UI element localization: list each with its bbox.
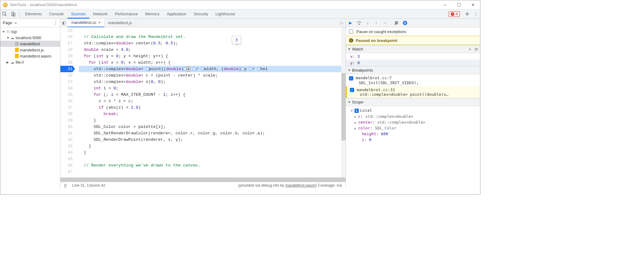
error-count-badge[interactable]: ✕4: [449, 11, 460, 17]
panel-tab-console[interactable]: Console: [45, 9, 67, 19]
gutter-line[interactable]: 45: [60, 156, 73, 162]
pause-on-caught-checkbox[interactable]: [349, 29, 353, 34]
gutter-line[interactable]: 36: [60, 98, 73, 104]
pretty-print-icon[interactable]: {}: [64, 183, 66, 188]
panel-tab-performance[interactable]: Performance: [111, 9, 141, 19]
step-out-icon[interactable]: ↑: [373, 20, 379, 26]
code-editor[interactable]: 2526272829303132333435363738394041424344…: [60, 27, 346, 177]
minimize-button[interactable]: ─: [438, 0, 452, 9]
breakpoint-row[interactable]: ✓mandelbrot.cc:7SDL_Init(SDL_INIT_VIDEO)…: [346, 74, 480, 86]
code-line[interactable]: std::complex<double> point((double)x / w…: [79, 66, 346, 72]
code-line[interactable]: SDL_RenderDrawPoint(renderer, x, y);: [79, 136, 346, 143]
step-icon[interactable]: →: [382, 20, 388, 26]
file-tab[interactable]: mandelbrot.js: [104, 19, 136, 27]
watch-add-icon[interactable]: ＋: [468, 47, 472, 52]
panel-tab-memory[interactable]: Memory: [142, 9, 163, 19]
gutter-line[interactable]: 35: [60, 91, 73, 98]
gutter-line[interactable]: 28: [60, 47, 73, 53]
code-line[interactable]: for (int x = 0; x < width; x++) {: [79, 59, 346, 66]
code-line[interactable]: }: [79, 117, 346, 124]
file-tab[interactable]: mandelbrot.cc×: [68, 19, 104, 27]
scope-variable[interactable]: ▶c: std::complex<double>: [348, 114, 478, 119]
watch-header[interactable]: ▼Watch ＋ ⟳: [346, 45, 480, 53]
tree-top[interactable]: ▼🗀top: [0, 28, 60, 35]
step-into-icon[interactable]: ↓: [365, 20, 370, 26]
code-line[interactable]: }: [79, 149, 346, 156]
code-line[interactable]: for (int y = 0; y < height; y++) {: [79, 53, 346, 59]
nav-toggle-left-icon[interactable]: ◧: [60, 21, 68, 25]
code-line[interactable]: [79, 169, 346, 175]
editor-vscrollbar[interactable]: [341, 27, 346, 177]
breakpoints-header[interactable]: ▼Breakpoints: [346, 66, 480, 74]
gutter-line[interactable]: 33: [60, 79, 73, 85]
breakpoint-checkbox[interactable]: ✓: [349, 76, 353, 80]
scope-variable[interactable]: i: 0: [348, 137, 478, 143]
code-line[interactable]: std::complex<double> center(0.5, 0.5);: [79, 40, 346, 47]
panel-tab-lighthouse[interactable]: Lighthouse: [212, 9, 239, 19]
code-line[interactable]: double scale = 4.0;: [79, 47, 346, 53]
breakpoint-row[interactable]: ✓mandelbrot.cc:31std::complex<double> po…: [346, 86, 480, 98]
pause-exceptions-icon[interactable]: [402, 20, 408, 26]
code-line[interactable]: std::complex<double> z(0, 0);: [79, 79, 346, 85]
gutter-line[interactable]: 34: [60, 85, 73, 91]
gutter-line[interactable]: 32: [60, 72, 73, 79]
code-line[interactable]: if (abs(z) > 2.0): [79, 104, 346, 111]
code-line[interactable]: z = z * z + c;: [79, 98, 346, 104]
maximize-button[interactable]: ☐: [452, 0, 466, 9]
more-menu-icon[interactable]: ⋮: [472, 10, 480, 18]
watch-row[interactable]: x: 3: [346, 53, 480, 60]
watch-refresh-icon[interactable]: ⟳: [475, 47, 478, 52]
gutter-line[interactable]: 43: [60, 143, 73, 149]
tree-file-scheme[interactable]: ▶☁file://: [0, 59, 60, 65]
code-line[interactable]: SDL_Color color = palette[i];: [79, 124, 346, 130]
device-toggle-icon[interactable]: [9, 10, 17, 18]
code-line[interactable]: break;: [79, 111, 346, 117]
gutter-line[interactable]: 39: [60, 117, 73, 124]
gutter-line[interactable]: 42: [60, 136, 73, 143]
code-line[interactable]: [79, 27, 346, 34]
pause-on-caught-row[interactable]: Pause on caught exceptions: [346, 27, 480, 36]
panel-tab-security[interactable]: Security: [190, 9, 212, 19]
gutter-line[interactable]: 41: [60, 130, 73, 136]
gutter-line[interactable]: 47: [60, 169, 73, 175]
code-line[interactable]: [79, 156, 346, 162]
gutter-line[interactable]: 26: [60, 34, 73, 40]
gutter-line[interactable]: 37: [60, 104, 73, 111]
panel-tab-sources[interactable]: Sources: [67, 9, 89, 19]
panel-tab-elements[interactable]: Elements: [21, 9, 45, 19]
close-tab-icon[interactable]: ×: [98, 18, 100, 27]
navigator-tab-page[interactable]: Page: [3, 21, 12, 25]
gutter-line[interactable]: 46: [60, 162, 73, 169]
code-line[interactable]: std::complex<double> c = (point - center…: [79, 72, 346, 79]
code-line[interactable]: for (; i < MAX_ITER_COUNT - 1; i++) {: [79, 91, 346, 98]
breakpoint-checkbox[interactable]: ✓: [350, 88, 354, 92]
code-line[interactable]: }: [79, 143, 346, 149]
debug-info-link[interactable]: mandelbrot.wasm: [285, 183, 316, 188]
scope-variable[interactable]: ▶color: SDL_Color: [348, 125, 478, 131]
nav-toggle-right-icon[interactable]: ▷: [338, 21, 346, 25]
gutter-line[interactable]: 31: [60, 66, 73, 72]
settings-gear-icon[interactable]: ⚙: [463, 10, 472, 18]
scope-variable[interactable]: height: 600: [348, 131, 478, 137]
close-button[interactable]: ✕: [466, 0, 480, 9]
code-line[interactable]: SDL_SetRenderDrawColor(renderer, color.r…: [79, 130, 346, 136]
scope-header[interactable]: ▼Scope: [346, 98, 480, 106]
code-line[interactable]: // Calculate and draw the Mandelbrot set…: [79, 34, 346, 40]
deactivate-breakpoints-icon[interactable]: [394, 20, 399, 26]
tree-origin[interactable]: ▼☁localhost:5000: [0, 35, 60, 41]
gutter-line[interactable]: 29: [60, 53, 73, 59]
tree-file[interactable]: mandelbrot.wasm: [0, 53, 60, 59]
navigator-more-icon[interactable]: ⋮: [54, 21, 58, 25]
gutter-line[interactable]: 25: [60, 27, 73, 34]
gutter-line[interactable]: 27: [60, 40, 73, 47]
resume-icon[interactable]: ▶: [348, 20, 353, 26]
gutter-line[interactable]: 44: [60, 149, 73, 156]
editor-hscrollbar[interactable]: [60, 177, 346, 182]
code-line[interactable]: int i = 0;: [79, 85, 346, 91]
tree-file[interactable]: mandelbrot.js: [0, 47, 60, 53]
panel-tab-network[interactable]: Network: [89, 9, 112, 19]
step-over-icon[interactable]: [356, 20, 362, 26]
scope-variable[interactable]: ▶center: std::complex<double>: [348, 119, 478, 125]
scope-local[interactable]: ▼LLocal: [348, 107, 478, 114]
navigator-tab-dropdown-icon[interactable]: »: [14, 21, 17, 25]
